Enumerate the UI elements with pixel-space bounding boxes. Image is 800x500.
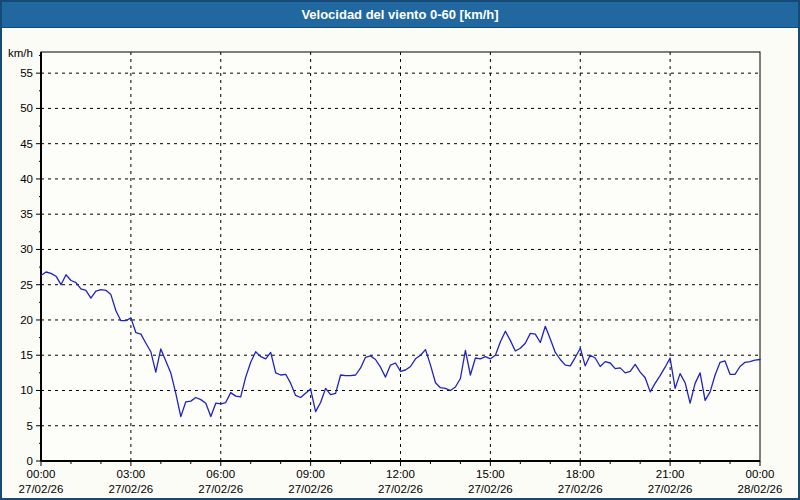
wind-chart-window: Velocidad del viento 0-60 [km/h] 0510152… [0,0,800,500]
svg-text:27/02/26: 27/02/26 [288,483,333,495]
svg-text:03:00: 03:00 [116,468,145,480]
svg-text:30: 30 [20,243,33,255]
chart-title: Velocidad del viento 0-60 [km/h] [301,7,498,22]
chart-area: 051015202530354045505500:0027/02/2603:00… [2,28,798,498]
svg-text:12:00: 12:00 [386,468,415,480]
svg-text:35: 35 [20,208,33,220]
svg-text:18:00: 18:00 [566,468,595,480]
svg-text:27/02/26: 27/02/26 [19,483,64,495]
svg-text:5: 5 [27,420,33,432]
svg-text:45: 45 [20,138,33,150]
chart-title-bar: Velocidad del viento 0-60 [km/h] [2,2,798,28]
svg-text:15:00: 15:00 [476,468,505,480]
svg-text:21:00: 21:00 [656,468,685,480]
svg-text:28/02/26: 28/02/26 [738,483,783,495]
svg-text:27/02/26: 27/02/26 [468,483,513,495]
svg-text:27/02/26: 27/02/26 [198,483,243,495]
svg-text:27/02/26: 27/02/26 [108,483,153,495]
wind-speed-line-chart: 051015202530354045505500:0027/02/2603:00… [2,28,798,498]
svg-text:00:00: 00:00 [746,468,775,480]
svg-text:0: 0 [27,455,33,467]
svg-text:10: 10 [20,384,33,396]
svg-text:km/h: km/h [8,47,33,59]
svg-text:55: 55 [20,67,33,79]
svg-text:27/02/26: 27/02/26 [378,483,423,495]
svg-text:27/02/26: 27/02/26 [558,483,603,495]
svg-text:09:00: 09:00 [296,468,325,480]
svg-text:40: 40 [20,173,33,185]
svg-text:27/02/26: 27/02/26 [648,483,693,495]
svg-text:25: 25 [20,279,33,291]
svg-text:06:00: 06:00 [206,468,235,480]
svg-text:15: 15 [20,349,33,361]
svg-text:50: 50 [20,102,33,114]
svg-text:00:00: 00:00 [27,468,56,480]
svg-text:20: 20 [20,314,33,326]
